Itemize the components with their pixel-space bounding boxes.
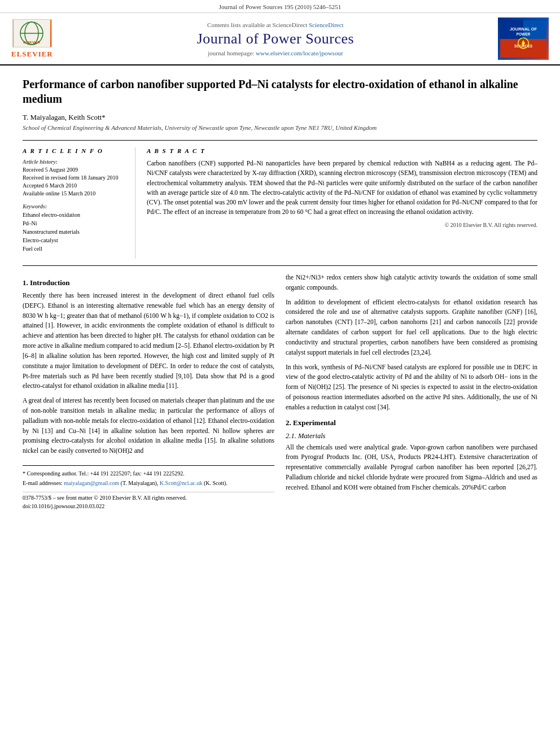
power-sources-logo: JOURNAL OF POWER SOURCES [498, 18, 549, 60]
keyword-1: Ethanol electro-oxidation [23, 211, 126, 219]
footnote-area: * Corresponding author. Tel.: +44 191 22… [23, 465, 274, 487]
contents-available-line: Contents lists available at ScienceDirec… [53, 21, 498, 28]
paper-title: Performance of carbon nanofiber supporte… [23, 77, 537, 106]
elsevier-logo: ELSEVIER ELSEVIER [11, 19, 53, 59]
journal-header-center: Contents lists available at ScienceDirec… [53, 21, 498, 56]
footnote-email: E-mail addresses: maiyalagan@gmail.com (… [23, 479, 274, 487]
right-paragraph-2: In addition to development of efficient … [286, 298, 537, 358]
authors-text: T. Maiyalagan, Keith Scott* [23, 113, 106, 121]
email-link-1[interactable]: maiyalagan@gmail.com [64, 480, 119, 486]
intro-paragraph-2: A great deal of interest has recently be… [23, 396, 274, 456]
main-content: 1. Introduction Recently there has been … [23, 273, 537, 509]
separator [23, 265, 537, 266]
keyword-2: Pd–Ni [23, 219, 126, 228]
keyword-3: Nanostructured materials [23, 228, 126, 236]
elsevier-wordmark: ELSEVIER [11, 50, 53, 59]
paper-affiliation: School of Chemical Engineering & Advance… [23, 124, 537, 131]
email-name-2: (K. Scott). [204, 480, 228, 486]
paper-authors: T. Maiyalagan, Keith Scott* [23, 113, 537, 122]
intro-paragraph-1: Recently there has been increased intere… [23, 291, 274, 391]
issn-line: 0378-7753/$ – see front matter © 2010 El… [23, 492, 274, 509]
journal-homepage: journal homepage: www.elsevier.com/locat… [53, 50, 498, 56]
keywords-heading: Keywords: [23, 203, 126, 209]
elsevier-logo-image: ELSEVIER [12, 19, 52, 47]
left-column: 1. Introduction Recently there has been … [23, 273, 274, 509]
article-columns: A R T I C L E I N F O Article history: R… [23, 140, 537, 259]
article-info-heading: A R T I C L E I N F O [23, 147, 126, 154]
top-bar: Journal of Power Sources 195 (2010) 5246… [0, 0, 560, 13]
sciencedirect-link[interactable]: ScienceDirect [309, 21, 344, 28]
materials-paragraph-1: All the chemicals used were analytical g… [286, 443, 537, 493]
available-online-date: Available online 15 March 2010 [23, 190, 126, 198]
article-history-label: Article history: [23, 159, 126, 165]
keyword-4: Electro-catalyst [23, 236, 126, 244]
right-paragraph-3: In this work, synthesis of Pd–Ni/CNF bas… [286, 362, 537, 413]
email-name-1: (T. Maiyalagan), [121, 480, 159, 486]
keywords-section: Keywords: Ethanol electro-oxidation Pd–N… [23, 203, 126, 253]
doi-line: doi:10.1016/j.jpowsour.2010.03.022 [23, 503, 274, 509]
homepage-label: journal homepage: [208, 50, 254, 56]
copyright-line: © 2010 Elsevier B.V. All rights reserved… [147, 222, 537, 228]
experimental-heading: 2. Experimental [286, 418, 537, 427]
right-column: the Ni2+/Ni3+ redox centers show high ca… [286, 273, 537, 509]
issn-text: 0378-7753/$ – see front matter © 2010 El… [23, 495, 274, 501]
keywords-list: Ethanol electro-oxidation Pd–Ni Nanostru… [23, 211, 126, 253]
email-label: E-mail addresses: [23, 480, 63, 486]
article-info: A R T I C L E I N F O Article history: R… [23, 147, 135, 259]
journal-title: Journal of Power Sources [53, 30, 498, 47]
svg-text:ELSEVIER: ELSEVIER [24, 41, 41, 44]
received-revised-date: Received in revised form 18 January 2010 [23, 174, 126, 182]
abstract-heading: A B S T R A C T [147, 147, 537, 154]
intro-heading: 1. Introduction [23, 278, 274, 287]
contents-text: Contents lists available at ScienceDirec… [207, 21, 307, 28]
accepted-date: Accepted 6 March 2010 [23, 182, 126, 190]
right-paragraph-1: the Ni2+/Ni3+ redox centers show high ca… [286, 273, 537, 293]
materials-heading: 2.1. Materials [286, 432, 537, 440]
received-date: Received 5 August 2009 [23, 166, 126, 174]
paper-body: Performance of carbon nanofiber supporte… [0, 65, 560, 521]
keyword-5: Fuel cell [23, 244, 126, 253]
abstract-section: A B S T R A C T Carbon nanofibers (CNF) … [147, 147, 537, 259]
svg-text:JOURNAL OF: JOURNAL OF [510, 27, 537, 32]
svg-text:POWER: POWER [517, 32, 531, 36]
abstract-text: Carbon nanofibers (CNF) supported Pd–Ni … [147, 159, 537, 217]
journal-header: ELSEVIER ELSEVIER Contents lists availab… [0, 13, 560, 65]
email-link-2[interactable]: K.Scott@ncl.ac.uk [160, 480, 203, 486]
homepage-url[interactable]: www.elsevier.com/locate/jpowsour [256, 50, 343, 56]
footnote-star: * Corresponding author. Tel.: +44 191 22… [23, 469, 274, 478]
article-history-section: Article history: Received 5 August 2009 … [23, 159, 126, 198]
journal-citation: Journal of Power Sources 195 (2010) 5246… [219, 3, 341, 10]
